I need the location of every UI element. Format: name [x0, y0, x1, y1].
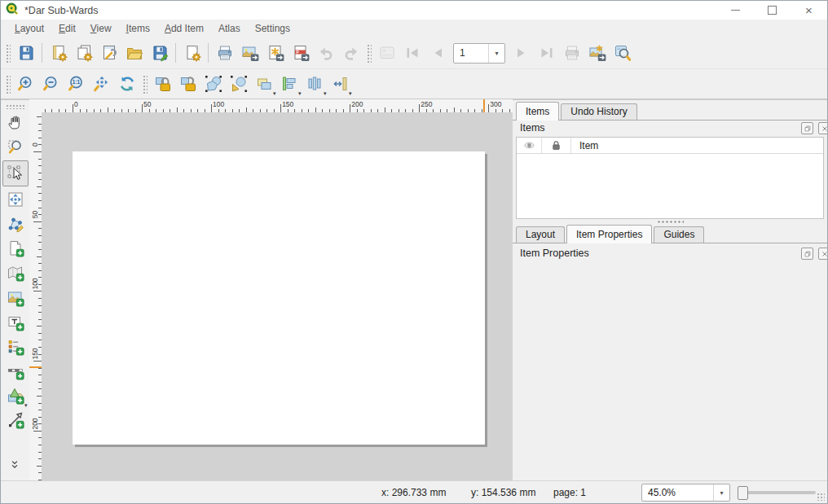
new-layout-button[interactable] — [47, 42, 70, 64]
properties-panel-tabbar: LayoutItem PropertiesGuides — [513, 225, 827, 243]
maximize-button[interactable] — [754, 1, 791, 20]
ungroup-items-button[interactable] — [227, 72, 250, 95]
unlock-items-icon — [179, 75, 197, 93]
save-button[interactable] — [15, 42, 37, 64]
ruler-tick — [280, 104, 281, 112]
atlas-page-combo[interactable]: 1▾ — [453, 43, 505, 64]
properties-panel-float-button[interactable] — [801, 248, 813, 260]
ungroup-items-icon — [230, 75, 248, 93]
add-shape-tool-button[interactable]: ▾ — [4, 384, 27, 407]
items-table[interactable]: Item — [516, 137, 824, 219]
items-panel-title: Items — [520, 122, 545, 134]
chevron-down-icon[interactable]: ▾ — [713, 484, 729, 501]
add-picture-tool-button[interactable] — [4, 287, 27, 309]
layout-canvas[interactable] — [42, 112, 513, 481]
ruler-label: 150 — [282, 100, 293, 108]
atlas-settings-button[interactable] — [611, 42, 634, 64]
vertical-ruler[interactable]: 050100150200 — [29, 112, 42, 481]
properties-panel-tab-guides[interactable]: Guides — [654, 226, 704, 243]
zoom-slider[interactable] — [733, 481, 817, 503]
maximize-icon — [768, 6, 777, 15]
add-legend-tool-button[interactable] — [4, 335, 27, 358]
export-pdf-icon — [292, 44, 310, 62]
panel-splitter-handle[interactable] — [656, 219, 684, 224]
minimize-button[interactable] — [717, 1, 754, 20]
refresh-button[interactable] — [116, 72, 139, 95]
items-panel-tab-undo-history[interactable]: Undo History — [561, 103, 636, 120]
dropdown-arrow-icon: ▾ — [273, 90, 276, 97]
print-icon — [216, 44, 234, 62]
properties-panel-close-button[interactable] — [818, 248, 827, 260]
export-image-button[interactable] — [239, 42, 262, 64]
export-atlas-button[interactable] — [586, 42, 609, 64]
window-title: *Dar Sub-Wards — [24, 5, 99, 16]
atlas-next-icon — [513, 44, 531, 62]
print-button[interactable] — [214, 42, 236, 64]
lock-items-button[interactable] — [152, 72, 174, 95]
menu-items[interactable]: Items — [119, 20, 157, 37]
export-atlas-icon — [588, 44, 606, 62]
properties-panel-tab-item-properties[interactable]: Item Properties — [566, 225, 652, 243]
zoom-out-button[interactable] — [40, 72, 63, 95]
save-as-template-button[interactable] — [181, 42, 204, 64]
menu-settings[interactable]: Settings — [248, 20, 297, 37]
layout-manager-button[interactable] — [98, 42, 121, 64]
menu-add-item[interactable]: Add Item — [157, 20, 211, 37]
cursor-y-readout: y: 154.536 mm — [471, 487, 535, 498]
edit-nodes-tool-button[interactable] — [4, 213, 27, 235]
add-shape-icon — [7, 387, 24, 405]
duplicate-layout-button[interactable] — [73, 42, 95, 64]
zoom-in-button[interactable] — [15, 72, 37, 95]
menu-layout[interactable]: Layout — [7, 20, 51, 37]
export-svg-icon — [266, 44, 284, 62]
zoom-full-button[interactable] — [90, 72, 113, 95]
layout-page[interactable] — [73, 151, 485, 445]
pan-tool-button[interactable] — [4, 111, 27, 134]
add-scalebar-tool-button[interactable] — [4, 360, 27, 383]
open-folder-button[interactable] — [123, 42, 146, 64]
toolbar-drag-handle[interactable] — [142, 74, 148, 94]
export-pdf-button[interactable] — [289, 42, 312, 64]
resize-items-button[interactable]: ▾ — [328, 72, 351, 95]
menu-atlas[interactable]: Atlas — [211, 20, 248, 37]
toolbox-drag-handle[interactable] — [5, 103, 25, 109]
export-svg-button[interactable] — [264, 42, 287, 64]
unlock-items-button[interactable] — [177, 72, 200, 95]
ruler-tick — [33, 291, 42, 291]
zoom-slider-track[interactable] — [738, 491, 816, 494]
zoom-tool-tool-button[interactable] — [4, 135, 27, 158]
dock-panels: ItemsUndo History Items Item LayoutItem … — [513, 99, 827, 481]
toolbar-drag-handle[interactable] — [366, 43, 372, 64]
visibility-eye-icon — [523, 139, 535, 151]
select-move-tool-button[interactable] — [2, 160, 29, 186]
menu-view[interactable]: View — [83, 20, 119, 37]
add-arrow-tool-button[interactable] — [4, 409, 27, 432]
items-panel-close-button[interactable] — [818, 122, 827, 134]
add-label-tool-button[interactable] — [4, 311, 27, 334]
distribute-items-button[interactable]: ▾ — [303, 72, 326, 95]
add-map-tool-button[interactable] — [4, 261, 27, 284]
toolbox-expand-more-button[interactable] — [8, 458, 21, 475]
horizontal-ruler[interactable]: 050100150200250300 — [42, 99, 513, 113]
toolbar-drag-handle[interactable] — [5, 43, 11, 64]
close-button[interactable]: × — [791, 1, 827, 20]
zoom-slider-thumb[interactable] — [738, 486, 748, 500]
align-items-button[interactable]: ▾ — [278, 72, 301, 95]
zoom-level-combo[interactable]: 45.0% ▾ — [641, 484, 730, 502]
toolbar-drag-handle[interactable] — [5, 74, 11, 94]
window-resize-grip[interactable] — [817, 493, 825, 501]
items-panel-tab-items[interactable]: Items — [516, 102, 559, 121]
zoom-actual-button[interactable]: 1:1 — [65, 72, 88, 95]
add-page-tool-button[interactable] — [4, 237, 27, 260]
dropdown-arrow-icon: ▾ — [324, 90, 327, 97]
zoom-in-icon — [17, 75, 35, 93]
chevron-down-icon[interactable]: ▾ — [488, 44, 504, 63]
raise-items-button[interactable]: ▾ — [253, 72, 275, 95]
properties-panel-tab-layout[interactable]: Layout — [516, 226, 565, 243]
move-content-tool-button[interactable] — [4, 188, 27, 211]
save-as-button[interactable] — [148, 42, 171, 64]
group-items-button[interactable] — [202, 72, 225, 95]
menu-edit[interactable]: Edit — [51, 20, 83, 37]
atlas-last-icon — [538, 44, 556, 62]
items-panel-float-button[interactable] — [801, 122, 813, 134]
